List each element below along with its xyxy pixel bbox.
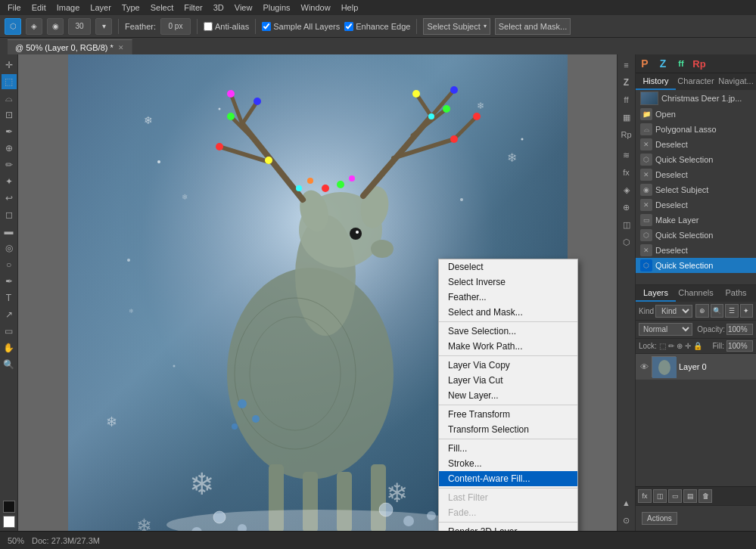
history-item-quick3[interactable]: ⬡ Quick Selection [636, 258, 756, 273]
adobe-an-icon[interactable]: Rp [690, 54, 708, 73]
tab-history[interactable]: History [636, 73, 676, 90]
create-group-btn[interactable]: ▭ [668, 489, 682, 503]
panel-icon-1[interactable]: ≡ [619, 57, 634, 73]
panel-icon-9[interactable]: ⊕ [619, 200, 634, 215]
panel-icon-10[interactable]: ◫ [619, 217, 634, 232]
history-item-quick2[interactable]: ⬡ Quick Selection [636, 228, 756, 243]
menu-filter[interactable]: Filter [179, 2, 207, 14]
brush-size[interactable]: 30 [68, 18, 91, 35]
panel-icon-bottom2[interactable]: ⊙ [619, 513, 634, 528]
lasso-tool[interactable]: ⌓ [2, 91, 17, 106]
kind-select[interactable]: Kind [655, 305, 692, 318]
panel-icon-2[interactable]: Z [619, 75, 634, 90]
opacity-input[interactable] [726, 324, 753, 335]
tab-layers[interactable]: Layers [636, 285, 676, 302]
tab-paths[interactable]: Paths [716, 285, 756, 302]
ctx-render-3d[interactable]: Render 3D Layer [439, 524, 577, 531]
shape-tool[interactable]: ▭ [2, 324, 17, 339]
active-tab[interactable]: @ 50% (Layer 0, RGB/8) * ✕ [8, 39, 132, 54]
spot-heal-tool[interactable]: ⊕ [2, 141, 17, 156]
delete-layer-btn[interactable]: 🗑 [698, 489, 712, 503]
ctx-feather[interactable]: Feather... [439, 290, 577, 305]
panel-icon-5[interactable]: Rp [619, 127, 634, 142]
layers-btn3[interactable]: ☰ [725, 304, 739, 318]
gradient-tool[interactable]: ▬ [2, 224, 17, 239]
menu-edit[interactable]: Edit [27, 2, 51, 14]
tab-channels[interactable]: Channels [676, 285, 716, 302]
brush-tool[interactable]: ✏ [2, 157, 17, 172]
history-item-open[interactable]: 📁 Open [636, 107, 756, 122]
eyedropper-tool[interactable]: ✒ [2, 124, 17, 139]
adobe-font-icon[interactable]: ff [672, 54, 690, 73]
ctx-free-transform[interactable]: Free Transform [439, 407, 577, 422]
dodge-tool[interactable]: ○ [2, 257, 17, 272]
adobe-br-icon[interactable]: Z [654, 54, 672, 73]
path-select-tool[interactable]: ↗ [2, 307, 17, 322]
layer-item-0[interactable]: 👁 Layer 0 [636, 354, 756, 380]
blend-mode-select[interactable]: Normal [639, 323, 692, 336]
panel-icon-6[interactable]: ≋ [619, 147, 634, 163]
panel-icon-7[interactable]: fx [619, 165, 634, 180]
panel-icon-3[interactable]: ff [619, 92, 634, 107]
actions-button[interactable]: Actions [642, 512, 677, 525]
menu-view[interactable]: View [230, 2, 257, 14]
menu-window[interactable]: Window [297, 2, 335, 14]
ctx-fill[interactable]: Fill... [439, 441, 577, 456]
layer-visibility-icon[interactable]: 👁 [640, 362, 649, 371]
menu-layer[interactable]: Layer [86, 2, 116, 14]
anti-alias-input[interactable] [204, 22, 213, 31]
history-brush-tool[interactable]: ↩ [2, 191, 17, 206]
history-item-subject[interactable]: ◉ Select Subject [636, 182, 756, 197]
tab-character[interactable]: Character [676, 73, 716, 90]
lock-position-icon[interactable]: ✛ [685, 342, 691, 350]
menu-plugins[interactable]: Plugins [258, 2, 294, 14]
blur-tool[interactable]: ◎ [2, 240, 17, 256]
lock-image-icon[interactable]: ✏ [668, 342, 674, 350]
history-item-file[interactable]: Christmas Deer 1.jp... [636, 90, 756, 107]
lock-transparent-icon[interactable]: ⬚ [659, 342, 666, 350]
ctx-transform-selection[interactable]: Transform Selection [439, 422, 577, 437]
tab-close-btn[interactable]: ✕ [118, 44, 124, 51]
sample-all-check[interactable]: Sample All Layers [262, 22, 340, 31]
menu-help[interactable]: Help [337, 2, 363, 14]
menu-file[interactable]: File [3, 2, 26, 14]
feather-value[interactable]: 0 px [160, 18, 191, 35]
history-item-lasso[interactable]: ⌓ Polygonal Lasso [636, 122, 756, 137]
fill-input[interactable] [726, 340, 753, 352]
ctx-new-layer[interactable]: New Layer... [439, 388, 577, 403]
tab-navigator[interactable]: Navigat... [716, 73, 756, 90]
panel-icon-11[interactable]: ⬡ [619, 234, 634, 250]
create-layer-btn[interactable]: ▤ [683, 489, 697, 503]
ctx-layer-via-copy[interactable]: Layer Via Copy [439, 358, 577, 373]
panel-icon-4[interactable]: ▦ [619, 110, 634, 125]
ctx-layer-via-cut[interactable]: Layer Via Cut [439, 373, 577, 388]
lock-all-icon[interactable]: 🔒 [693, 342, 702, 350]
history-item-makelayer[interactable]: ▭ Make Layer [636, 212, 756, 228]
crop-tool[interactable]: ⊡ [2, 107, 17, 123]
menu-select[interactable]: Select [146, 2, 179, 14]
history-item-deselect3[interactable]: ✕ Deselect [636, 197, 756, 212]
zoom-tool[interactable]: 🔍 [2, 357, 17, 372]
layers-btn2[interactable]: 🔍 [711, 304, 724, 318]
add-mask-btn[interactable]: ◫ [653, 489, 667, 503]
move-tool[interactable]: ✛ [2, 57, 17, 73]
history-item-deselect1[interactable]: ✕ Deselect [636, 137, 756, 152]
sample-all-input[interactable] [262, 22, 271, 31]
canvas-area[interactable]: ❄ ❄ ❄ ❄ ❄ ❄ ❄ ❄ ❄ ❄ ❄ ❄ [18, 54, 617, 531]
tool-mode-1[interactable]: ◈ [26, 18, 42, 35]
ctx-stroke[interactable]: Stroke... [439, 456, 577, 471]
lock-artboard-icon[interactable]: ⊕ [677, 342, 683, 350]
adobe-ps-icon[interactable]: P [636, 54, 654, 73]
eraser-tool[interactable]: ◻ [2, 207, 17, 222]
anti-alias-check[interactable]: Anti-alias [204, 22, 249, 31]
ctx-save-selection[interactable]: Save Selection... [439, 324, 577, 339]
select-subject-dropdown[interactable]: Select Subject ▾ [423, 18, 490, 35]
menu-image[interactable]: Image [52, 2, 85, 14]
layers-btn4[interactable]: ✦ [740, 304, 754, 318]
layers-btn1[interactable]: ⊕ [695, 304, 709, 318]
menu-type[interactable]: Type [117, 2, 145, 14]
pen-tool[interactable]: ✒ [2, 274, 17, 289]
brush-picker[interactable]: ▾ [95, 18, 112, 35]
history-item-deselect4[interactable]: ✕ Deselect [636, 243, 756, 258]
enhance-edge-check[interactable]: Enhance Edge [344, 22, 410, 31]
